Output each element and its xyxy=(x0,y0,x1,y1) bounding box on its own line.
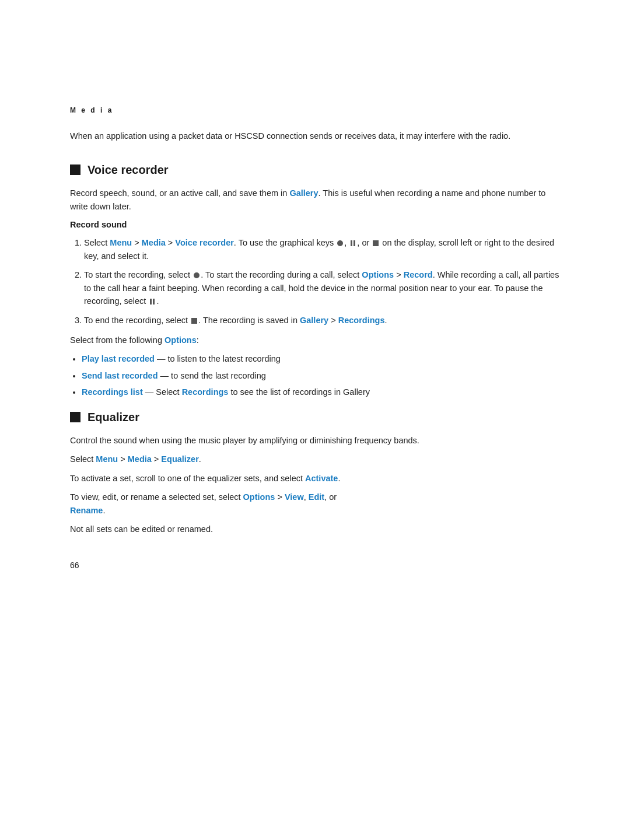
stop-icon-2 xyxy=(191,318,197,324)
not-all-sets-text: Not all sets can be edited or renamed. xyxy=(70,523,560,536)
view-link[interactable]: View xyxy=(285,492,304,502)
equalizer-view-edit-text: To view, edit, or rename a selected set,… xyxy=(70,491,560,517)
equalizer-select-text: Select Menu > Media > Equalizer. xyxy=(70,453,560,466)
gallery-link-2[interactable]: Gallery xyxy=(300,316,328,325)
record-sound-steps: Select Menu > Media > Voice recorder. To… xyxy=(84,236,560,327)
section-label: M e d i a xyxy=(70,105,560,116)
circle-icon-2 xyxy=(194,272,200,278)
equalizer-activate-text: To activate a set, scroll to one of the … xyxy=(70,472,560,485)
options-list: Play last recorded — to listen to the la… xyxy=(82,352,560,398)
options-link-1[interactable]: Options xyxy=(362,270,394,279)
media-link-2[interactable]: Media xyxy=(128,454,152,464)
step-1: Select Menu > Media > Voice recorder. To… xyxy=(84,236,560,262)
voice-recorder-heading: Voice recorder xyxy=(70,161,560,178)
step-3: To end the recording, select . The recor… xyxy=(84,314,560,327)
rename-link[interactable]: Rename xyxy=(70,506,103,515)
stop-icon xyxy=(373,240,379,246)
options-intro: Select from the following Options: xyxy=(70,334,560,346)
recordings-link-2[interactable]: Recordings xyxy=(182,387,229,397)
gallery-link-1[interactable]: Gallery xyxy=(289,188,318,198)
equalizer-description: Control the sound when using the music p… xyxy=(70,434,560,447)
edit-link[interactable]: Edit xyxy=(309,492,324,502)
section-square-icon-2 xyxy=(70,412,80,422)
page-number: 66 xyxy=(70,559,560,572)
play-last-recorded-link[interactable]: Play last recorded xyxy=(82,354,155,363)
media-link-1[interactable]: Media xyxy=(142,238,166,247)
page-content: M e d i a When an application using a pa… xyxy=(0,0,630,840)
pause-icon xyxy=(350,240,356,246)
equalizer-link[interactable]: Equalizer xyxy=(161,454,198,464)
section-square-icon xyxy=(70,164,80,175)
options-link-3[interactable]: Options xyxy=(243,492,275,502)
activate-link[interactable]: Activate xyxy=(305,474,338,483)
intro-text: When an application using a packet data … xyxy=(70,130,560,142)
equalizer-heading: Equalizer xyxy=(70,408,560,426)
options-link-2[interactable]: Options xyxy=(164,335,197,345)
record-link[interactable]: Record xyxy=(404,270,433,279)
record-sound-subheading: Record sound xyxy=(70,219,560,232)
option-recordings-list: Recordings list — Select Recordings to s… xyxy=(82,386,560,398)
recordings-link-1[interactable]: Recordings xyxy=(338,316,385,325)
pause-icon-2 xyxy=(149,299,155,304)
voice-recorder-link[interactable]: Voice recorder xyxy=(175,238,233,247)
send-last-recorded-link[interactable]: Send last recorded xyxy=(82,371,158,380)
recordings-list-link[interactable]: Recordings list xyxy=(82,387,143,397)
voice-recorder-description: Record speech, sound, or an active call,… xyxy=(70,187,560,213)
menu-link-1[interactable]: Menu xyxy=(110,238,132,247)
option-send-last: Send last recorded — to send the last re… xyxy=(82,369,560,382)
circle-icon xyxy=(337,240,343,246)
step-2: To start the recording, select . To star… xyxy=(84,268,560,307)
menu-link-2[interactable]: Menu xyxy=(96,454,118,464)
option-play-last: Play last recorded — to listen to the la… xyxy=(82,352,560,365)
